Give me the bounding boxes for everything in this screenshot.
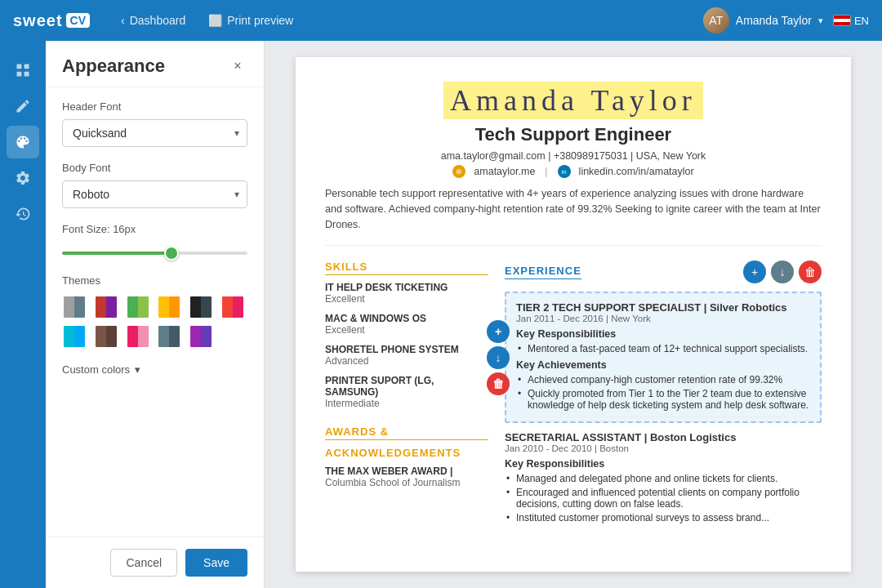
move-experience-button[interactable]: ↓ bbox=[771, 261, 794, 283]
header-font-select[interactable]: Quicksand Roboto Open Sans bbox=[62, 119, 247, 147]
award-org: Columbia School of Journalism bbox=[325, 477, 488, 488]
svg-rect-3 bbox=[24, 72, 29, 77]
appearance-panel: Appearance × Header Font Quicksand Robot… bbox=[46, 41, 265, 588]
font-size-slider-wrapper bbox=[62, 243, 247, 258]
close-button[interactable]: × bbox=[228, 56, 247, 76]
resume-page: Amanda Taylor Tech Support Engineer ama.… bbox=[296, 57, 851, 572]
resume-header: Amanda Taylor Tech Support Engineer ama.… bbox=[325, 82, 822, 246]
resume-links: ⊕ amataylor.me | in linkedin.com/in/amat… bbox=[325, 165, 822, 178]
delete-experience-button[interactable]: 🗑 bbox=[799, 261, 822, 283]
user-menu[interactable]: AT Amanda Taylor ▾ bbox=[703, 7, 823, 33]
skills-section-title: SKILLS bbox=[325, 261, 488, 275]
theme-swatch-bluegray[interactable] bbox=[157, 324, 181, 349]
theme-swatch-red-purple[interactable] bbox=[94, 295, 118, 319]
skill-name: IT HELP DESK TICKETING bbox=[325, 282, 488, 293]
exp-down-button[interactable]: ↓ bbox=[487, 346, 510, 369]
skill-level: Intermediate bbox=[325, 398, 488, 409]
exp-bullet-item: Quickly promoted from Tier 1 to the Tier… bbox=[528, 388, 810, 411]
skill-level: Advanced bbox=[325, 355, 488, 367]
resume-right-column: EXPERIENCE + ↓ 🗑 + ↓ 🗑 bbox=[505, 261, 822, 532]
sidebar-btn-templates[interactable] bbox=[7, 54, 39, 87]
sidebar-btn-history[interactable] bbox=[7, 198, 39, 230]
theme-swatch-yellow-orange[interactable] bbox=[157, 295, 181, 319]
chevron-left-icon: ‹ bbox=[121, 14, 125, 27]
skill-name: PRINTER SUPORT (LG, SAMSUNG) bbox=[325, 375, 488, 398]
theme-swatch-brown[interactable] bbox=[94, 324, 118, 349]
sidebar-btn-edit[interactable] bbox=[7, 90, 39, 122]
header-font-select-wrapper: Quicksand Roboto Open Sans ▾ bbox=[62, 119, 247, 147]
skill-level: Excellent bbox=[325, 293, 488, 305]
save-button[interactable]: Save bbox=[185, 549, 247, 577]
svg-rect-1 bbox=[24, 65, 29, 69]
dashboard-link[interactable]: ‹ Dashboard bbox=[109, 14, 197, 27]
exp-add-button[interactable]: + bbox=[487, 320, 510, 343]
theme-swatch-green[interactable] bbox=[126, 295, 150, 319]
exp-job-title: TIER 2 TECH SUPPORT SPECIALIST | Silver … bbox=[516, 301, 810, 314]
theme-swatch-red[interactable] bbox=[220, 295, 245, 319]
experience-highlighted-wrapper: + ↓ 🗑 TIER 2 TECH SUPPORT SPECIALIST | S… bbox=[505, 292, 822, 423]
resume-linkedin: linkedin.com/in/amataylor bbox=[579, 166, 694, 177]
avatar: AT bbox=[703, 7, 729, 33]
exp-bullet-item: Instituted customer promotional surveys … bbox=[516, 512, 822, 523]
body-font-select-wrapper: Roboto Open Sans Lato ▾ bbox=[62, 180, 247, 208]
skill-name: SHORETEL PHONE SYSTEM bbox=[325, 344, 488, 355]
chevron-down-icon: ▾ bbox=[818, 16, 823, 26]
theme-swatch-pink[interactable] bbox=[126, 324, 150, 349]
dashboard-label: Dashboard bbox=[130, 14, 186, 27]
nav-right: AT Amanda Taylor ▾ EN bbox=[703, 7, 869, 33]
skill-item: IT HELP DESK TICKETING Excellent bbox=[325, 282, 488, 305]
exp-bullet-item: Achieved company-high customer retention… bbox=[528, 374, 810, 385]
resume-name: Amanda Taylor bbox=[443, 82, 703, 119]
resume-body: SKILLS IT HELP DESK TICKETING Excellent … bbox=[325, 261, 822, 532]
exp-delete-button[interactable]: 🗑 bbox=[487, 372, 510, 395]
font-size-slider[interactable] bbox=[62, 252, 247, 255]
logo-sweet-text: sweet bbox=[13, 11, 63, 30]
top-navigation: sweet CV ‹ Dashboard ⬜ Print preview AT … bbox=[0, 0, 882, 41]
add-experience-button[interactable]: + bbox=[743, 261, 766, 283]
skill-item: SHORETEL PHONE SYSTEM Advanced bbox=[325, 344, 488, 367]
theme-swatch-gray[interactable] bbox=[62, 295, 87, 319]
theme-swatch-cyan[interactable] bbox=[62, 324, 87, 349]
flag-icon bbox=[833, 15, 851, 26]
resume-summary: Personable tech support representative w… bbox=[325, 186, 822, 232]
sidebar-btn-appearance[interactable] bbox=[7, 126, 39, 158]
award-item: THE MAX WEBER AWARD | Columbia School of… bbox=[325, 466, 488, 488]
resume-area: Amanda Taylor Tech Support Engineer ama.… bbox=[265, 41, 882, 588]
svg-rect-2 bbox=[17, 72, 22, 77]
skill-level: Excellent bbox=[325, 324, 488, 336]
resume-left-column: SKILLS IT HELP DESK TICKETING Excellent … bbox=[325, 261, 488, 532]
linkedin-icon: in bbox=[558, 165, 571, 178]
theme-swatch-purple[interactable] bbox=[189, 324, 213, 349]
exp-date: Jan 2011 - Dec 2016 | New York bbox=[516, 314, 810, 323]
exp-bullet-item: Mentored a fast-paced team of 12+ techni… bbox=[528, 343, 810, 354]
main-layout: Appearance × Header Font Quicksand Robot… bbox=[0, 41, 882, 588]
svg-rect-0 bbox=[17, 65, 22, 69]
icon-sidebar bbox=[0, 41, 46, 588]
exp-job-title: SECRETARIAL ASSISTANT | Boston Logistics bbox=[505, 431, 822, 443]
exp-responsibilities-label: Key Responsibilities bbox=[516, 328, 810, 340]
skill-item: MAC & WINDOWS OS Excellent bbox=[325, 313, 488, 336]
resume-website: amataylor.me bbox=[474, 166, 535, 177]
awards-section-title: AWARDS & bbox=[325, 425, 488, 440]
experience-section-actions: + ↓ 🗑 bbox=[743, 261, 822, 283]
print-preview-label: Print preview bbox=[227, 14, 293, 27]
theme-swatch-dark[interactable] bbox=[189, 295, 213, 319]
lang-label: EN bbox=[854, 15, 869, 27]
body-font-label: Body Font bbox=[62, 162, 247, 174]
resume-contact: ama.taylor@gmail.com | +380989175031 | U… bbox=[325, 150, 822, 162]
globe-icon: ⊕ bbox=[452, 165, 466, 178]
print-preview-link[interactable]: ⬜ Print preview bbox=[197, 14, 305, 27]
logo[interactable]: sweet CV bbox=[13, 11, 90, 30]
exp-left-actions: + ↓ 🗑 bbox=[487, 320, 510, 395]
exp-responsibilities-label: Key Responsibilities bbox=[505, 458, 822, 470]
font-size-label: Font Size: 16px bbox=[62, 223, 247, 235]
cancel-button[interactable]: Cancel bbox=[110, 549, 177, 577]
exp-bullet-item: Encouraged and influenced potential clie… bbox=[516, 487, 822, 510]
panel-body: Header Font Quicksand Roboto Open Sans ▾… bbox=[46, 87, 264, 537]
body-font-select[interactable]: Roboto Open Sans Lato bbox=[62, 180, 247, 208]
custom-colors-toggle[interactable]: Custom colors ▾ bbox=[62, 359, 247, 381]
language-selector[interactable]: EN bbox=[833, 15, 869, 27]
sidebar-btn-settings[interactable] bbox=[7, 162, 39, 194]
user-name: Amanda Taylor bbox=[736, 14, 812, 27]
skill-name: MAC & WINDOWS OS bbox=[325, 313, 488, 324]
